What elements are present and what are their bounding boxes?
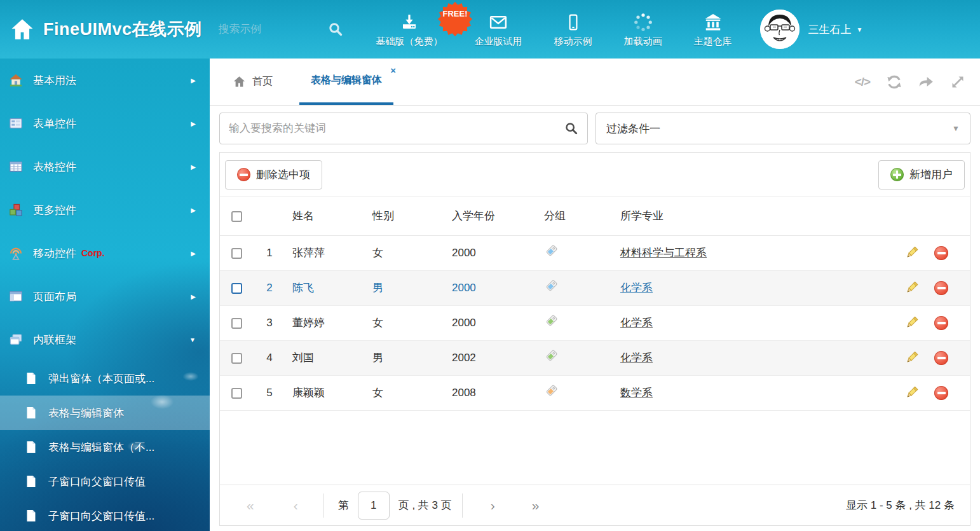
page-prefix: 第 [338,498,349,513]
sidebar-item-label: 移动控件 [33,246,76,261]
home-icon [10,17,34,41]
sidebar-item-grid-controls[interactable]: 表格控件 ▶ [0,145,210,188]
nav-label: 基础版（免费） [376,36,443,48]
major-link[interactable]: 数学系 [620,387,653,399]
table-row[interactable]: 4 刘国 男 2002 化学系 [220,340,970,375]
header-search [219,22,343,37]
close-icon[interactable]: × [390,65,396,76]
first-page-button[interactable]: « [247,499,254,512]
pager-divider [462,493,463,518]
edit-pencil-icon[interactable] [904,350,919,365]
table-row[interactable]: 5 康颖颖 女 2008 数学系 [220,375,970,410]
sidebar-item-more-controls[interactable]: 更多控件 ▶ [0,188,210,231]
page-number-input[interactable] [358,492,390,520]
sidebar-item-label: 内联框架 [33,333,76,347]
cell-year: 2008 [446,375,538,410]
pagination-bar: « ‹ 第 页 , 共 3 页 › » 显示 1 - 5 条 , 共 12 条 [220,485,970,525]
nav-theme-store[interactable]: 主题仓库 [694,11,732,48]
add-user-button[interactable]: 新增用户 [878,160,965,190]
sidebar-subitem-child-to-parent[interactable]: 子窗口向父窗口传值 [0,464,210,499]
major-link[interactable]: 材料科学与工程系 [620,247,707,259]
sidebar-subitem-grid-edit-window[interactable]: 表格与编辑窗体 [0,396,210,430]
minus-circle-icon [237,168,250,181]
user-menu[interactable]: 三生石上 ▼ [760,10,863,49]
record-count-summary: 显示 1 - 5 条 , 共 12 条 [846,498,955,513]
major-link[interactable]: 化学系 [620,317,653,329]
cell-year: 2002 [446,340,538,375]
refresh-icon[interactable] [886,74,902,90]
sidebar-subitem-popup-window[interactable]: 弹出窗体（本页面或... [0,361,210,396]
nav-label: 企业版试用 [475,36,522,48]
delete-selected-button[interactable]: 删除选中项 [225,160,322,190]
nav-mobile-demo[interactable]: 移动示例 [554,11,592,48]
col-year[interactable]: 入学年份 [446,197,538,235]
keyword-search-input[interactable] [229,122,564,135]
top-header: FineUIMvc在线示例 FREE! 基础版（免费） 企业 [0,0,980,59]
nav-basic-edition[interactable]: 基础版（免费） [376,11,443,48]
brand[interactable]: FineUIMvc在线示例 [0,17,202,41]
sidebar: 基本用法 ▶ 表单控件 ▶ 表格控件 ▶ 更多控件 ▶ 移动控件 Corp. ▶… [0,59,210,531]
sidebar-item-page-layout[interactable]: 页面布局 ▶ [0,275,210,318]
edit-pencil-icon[interactable] [904,280,919,295]
sidebar-subitem-child-to-parent-2[interactable]: 子窗口向父窗口传值... [0,499,210,531]
table-row[interactable]: 1 张萍萍 女 2000 材料科学与工程系 [220,235,970,270]
search-icon[interactable] [564,121,578,135]
sidebar-item-label: 表格控件 [33,160,76,174]
delete-row-icon[interactable] [934,351,948,365]
code-icon[interactable]: </> [854,74,871,90]
tab-grid-edit-window[interactable]: 表格与编辑窗体 × [299,59,393,105]
edit-pencil-icon[interactable] [904,315,919,330]
delete-row-icon[interactable] [934,246,948,260]
last-page-button[interactable]: » [532,499,540,512]
share-arrow-icon[interactable] [918,74,934,90]
sidebar-subitem-grid-edit-window-2[interactable]: 表格与编辑窗体（不... [0,430,210,464]
sidebar-item-basic-usage[interactable]: 基本用法 ▶ [0,59,210,102]
edit-pencil-icon[interactable] [904,385,919,400]
col-name[interactable]: 姓名 [286,197,366,235]
row-checkbox[interactable] [231,388,242,399]
filter-dropdown-value: 过滤条件一 [606,121,660,136]
col-major[interactable]: 所学专业 [614,197,868,235]
keyword-search-box [219,113,588,144]
expand-icon[interactable] [949,74,966,90]
filter-dropdown[interactable]: 过滤条件一 ▼ [595,113,970,144]
next-page-button[interactable]: › [491,499,495,512]
row-index: 2 [253,270,286,305]
nav-loading-animation[interactable]: 加载动画 [624,11,662,48]
delete-row-icon[interactable] [934,386,948,400]
download-icon [400,11,419,32]
select-all-checkbox[interactable] [231,211,242,222]
tag-icon [544,384,558,398]
row-checkbox[interactable] [231,353,242,364]
mobile-icon [565,11,582,32]
chevron-right-icon: ▶ [191,77,196,84]
table-row-selected[interactable]: 2 陈飞 男 2000 化学系 [220,270,970,305]
major-link[interactable]: 化学系 [620,352,653,364]
row-checkbox[interactable] [231,283,242,294]
tag-icon [544,244,558,258]
tab-home[interactable]: 首页 [229,59,276,105]
header-search-input[interactable] [219,23,314,36]
chevron-right-icon: ▶ [191,163,196,170]
sidebar-item-mobile-controls[interactable]: 移动控件 Corp. ▶ [0,231,210,275]
nav-enterprise-trial[interactable]: 企业版试用 [475,11,522,48]
table-row[interactable]: 3 董婷婷 女 2000 化学系 [220,305,970,340]
edit-pencil-icon[interactable] [904,245,919,260]
delete-row-icon[interactable] [934,281,948,295]
row-checkbox[interactable] [231,248,242,259]
delete-row-icon[interactable] [934,316,948,330]
cell-year: 2000 [446,235,538,270]
prev-page-button[interactable]: ‹ [294,499,298,512]
data-grid: 姓名 性别 入学年份 分组 所学专业 1 张萍萍 [220,197,970,411]
sidebar-item-label: 更多控件 [33,203,76,217]
col-group[interactable]: 分组 [538,197,614,235]
sidebar-subitem-label: 表格与编辑窗体 [48,406,124,420]
search-icon[interactable] [328,22,343,37]
grid-empty-space [220,411,970,485]
sidebar-item-form-controls[interactable]: 表单控件 ▶ [0,102,210,145]
major-link[interactable]: 化学系 [620,282,653,294]
free-badge-label: FREE! [437,9,473,18]
sidebar-item-iframe[interactable]: 内联框架 ▼ [0,318,210,361]
col-gender[interactable]: 性别 [366,197,446,235]
row-checkbox[interactable] [231,318,242,329]
